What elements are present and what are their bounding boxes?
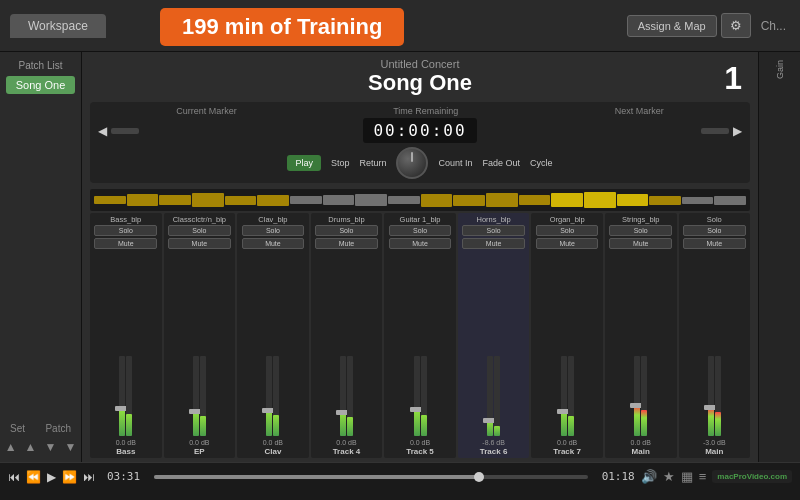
- concert-title: Song One: [82, 70, 758, 96]
- mixer-channels: Bass_blp Solo Mute 0.0 dB Bass ClasscIct…: [90, 213, 750, 458]
- solo-btn-6[interactable]: Solo: [536, 225, 599, 236]
- channel-name-0: Bass_blp: [91, 215, 161, 224]
- progress-bar[interactable]: [154, 475, 588, 479]
- gear-button[interactable]: ⚙: [721, 13, 751, 38]
- fader-track-left-5: [487, 356, 493, 436]
- fader-track-right-7: [641, 356, 647, 436]
- mute-btn-5[interactable]: Mute: [462, 238, 525, 249]
- channel-name-2: Clav_blp: [238, 215, 308, 224]
- channel-db-4: 0.0 dB: [410, 439, 430, 446]
- arrow-up-2[interactable]: ▲: [25, 440, 37, 454]
- channel-1: ClasscIctr/n_blp Solo Mute 0.0 dB EP: [164, 213, 236, 458]
- fader-track-right-6: [568, 356, 574, 436]
- sidebar-bottom: Set Patch ▲ ▲ ▼ ▼: [6, 423, 75, 454]
- fader-track-left-4: [414, 356, 420, 436]
- progress-dot[interactable]: [474, 472, 484, 482]
- play-button[interactable]: Play: [287, 155, 321, 171]
- fader-level-right-7: [641, 410, 647, 436]
- fader-track-left-8: [708, 356, 714, 436]
- mute-btn-4[interactable]: Mute: [389, 238, 452, 249]
- fader-level-right-5: [494, 426, 500, 436]
- concert-subtitle: Untitled Concert: [82, 58, 758, 70]
- channel-db-3: 0.0 dB: [336, 439, 356, 446]
- time-display: 00:00:00: [363, 118, 476, 143]
- return-button[interactable]: Return: [359, 158, 386, 168]
- solo-btn-0[interactable]: Solo: [94, 225, 157, 236]
- mute-btn-0[interactable]: Mute: [94, 238, 157, 249]
- waveform-inner: [90, 189, 750, 211]
- count-in-button[interactable]: Count In: [438, 158, 472, 168]
- channel-7: Strings_blp Solo Mute 0.0 dB Main: [605, 213, 677, 458]
- mute-btn-7[interactable]: Mute: [609, 238, 672, 249]
- list-icon[interactable]: ≡: [699, 469, 707, 484]
- waveform-seg: [453, 195, 485, 206]
- tempo-knob[interactable]: [396, 147, 428, 179]
- channel-db-0: 0.0 dB: [116, 439, 136, 446]
- waveform-seg: [714, 196, 746, 205]
- mute-btn-2[interactable]: Mute: [242, 238, 305, 249]
- fader-area-1: [165, 250, 235, 438]
- next-marker-bar: [701, 128, 729, 134]
- fader-track-left-7: [634, 356, 640, 436]
- channel-label-1: EP: [194, 447, 205, 456]
- solo-btn-4[interactable]: Solo: [389, 225, 452, 236]
- transport-labels: Current Marker Time Remaining Next Marke…: [98, 106, 742, 116]
- mute-btn-3[interactable]: Mute: [315, 238, 378, 249]
- mute-btn-8[interactable]: Mute: [683, 238, 746, 249]
- mute-btn-6[interactable]: Mute: [536, 238, 599, 249]
- fade-out-button[interactable]: Fade Out: [483, 158, 521, 168]
- mute-btn-1[interactable]: Mute: [168, 238, 231, 249]
- fader-level-left-7: [634, 406, 640, 436]
- channel-0: Bass_blp Solo Mute 0.0 dB Bass: [90, 213, 162, 458]
- patch-label: Patch: [45, 423, 71, 434]
- waveform-seg-active: [551, 193, 583, 207]
- fader-track-right-5: [494, 356, 500, 436]
- solo-btn-5[interactable]: Solo: [462, 225, 525, 236]
- solo-btn-2[interactable]: Solo: [242, 225, 305, 236]
- song-item[interactable]: Song One: [6, 76, 75, 94]
- solo-btn-7[interactable]: Solo: [609, 225, 672, 236]
- channel-db-7: 0.0 dB: [631, 439, 651, 446]
- top-right-controls: Assign & Map ⚙ Ch...: [627, 13, 800, 38]
- waveform-seg: [421, 194, 453, 207]
- skip-forward-button[interactable]: ⏭: [83, 470, 95, 484]
- arrow-down[interactable]: ▼: [45, 440, 57, 454]
- fader-level-left-6: [561, 412, 567, 436]
- main-area: Patch List Song One Set Patch ▲ ▲ ▼ ▼ Un…: [0, 52, 800, 462]
- solo-btn-3[interactable]: Solo: [315, 225, 378, 236]
- fader-area-2: [238, 250, 308, 438]
- channel-3: Drums_blp Solo Mute 0.0 dB Track 4: [311, 213, 383, 458]
- star-icon[interactable]: ★: [663, 469, 675, 484]
- stop-button[interactable]: Stop: [331, 158, 350, 168]
- prev-marker-btn[interactable]: ◀: [98, 124, 107, 138]
- assign-map-button[interactable]: Assign & Map: [627, 15, 717, 37]
- skip-back-button[interactable]: ⏮: [8, 470, 20, 484]
- fader-track-left-2: [266, 356, 272, 436]
- waveform-seg: [323, 195, 355, 205]
- solo-btn-1[interactable]: Solo: [168, 225, 231, 236]
- time-remaining-label: Time Remaining: [393, 106, 458, 116]
- volume-icon[interactable]: 🔊: [641, 469, 657, 484]
- grid-icon[interactable]: ▦: [681, 469, 693, 484]
- channel-name-7: Strings_blp: [606, 215, 676, 224]
- fader-level-right-4: [421, 415, 427, 436]
- channel-label-0: Bass: [116, 447, 135, 456]
- fader-track-left-6: [561, 356, 567, 436]
- step-forward-button[interactable]: ⏩: [62, 470, 77, 484]
- fader-area-5: [459, 250, 529, 438]
- waveform-bar[interactable]: [90, 189, 750, 211]
- arrow-up[interactable]: ▲: [5, 440, 17, 454]
- patch-list-title: Patch List: [19, 60, 63, 71]
- next-marker-btn[interactable]: ▶: [733, 124, 742, 138]
- cycle-button[interactable]: Cycle: [530, 158, 553, 168]
- workspace-tab[interactable]: Workspace: [10, 14, 106, 38]
- fader-level-right-8: [715, 412, 721, 436]
- solo-btn-8[interactable]: Solo: [683, 225, 746, 236]
- waveform-seg: [159, 195, 191, 205]
- play-pause-button[interactable]: ▶: [47, 470, 56, 484]
- arrow-down-2[interactable]: ▼: [64, 440, 76, 454]
- step-back-button[interactable]: ⏪: [26, 470, 41, 484]
- sidebar-arrows: ▲ ▲ ▼ ▼: [6, 440, 75, 454]
- time-display-row: ◀ 00:00:00 ▶: [98, 118, 742, 143]
- time-code-right: 01:18: [602, 470, 635, 483]
